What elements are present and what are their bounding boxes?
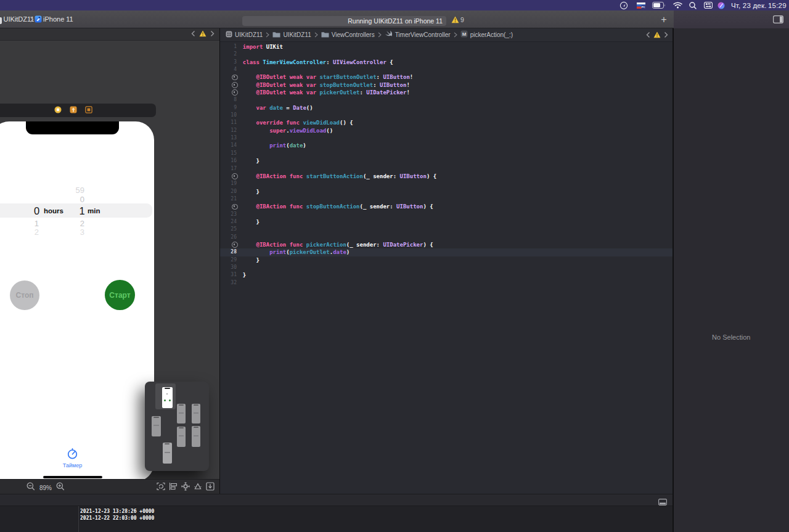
line-number[interactable]: 9 [220, 104, 237, 112]
connection-well-icon[interactable] [220, 73, 237, 81]
connection-well-icon[interactable] [220, 173, 237, 180]
code-line-20[interactable]: 20 } [220, 188, 672, 195]
editor-back-icon[interactable] [646, 30, 650, 41]
line-number[interactable]: 3 [220, 59, 237, 66]
tab-bar-item-timer[interactable]: Таймер [52, 448, 93, 469]
breadcrumb-uikitdz11[interactable]: UIKitDZ11 [226, 29, 263, 40]
code-line-31[interactable]: 31} [220, 271, 672, 279]
ib-back-icon[interactable] [191, 28, 195, 39]
code-area[interactable]: 1import UIKit23class TimerViewController… [220, 43, 672, 287]
line-number[interactable]: 25 [220, 226, 237, 233]
code-line-23[interactable]: 23 [220, 211, 672, 218]
code-line-12[interactable]: 12 super.viewDidLoad() [220, 127, 672, 134]
code-line-10[interactable]: 10 [220, 112, 672, 119]
code-line-21[interactable]: 21 [220, 195, 672, 203]
code-line-25[interactable]: 25 [220, 226, 672, 233]
editor-warning-icon[interactable] [653, 30, 661, 41]
zoom-out-button[interactable] [27, 482, 35, 493]
connection-well-icon[interactable] [220, 203, 237, 210]
zoom-in-button[interactable] [56, 482, 65, 493]
warning-badge[interactable]: 9 [451, 16, 464, 23]
line-number[interactable]: 20 [220, 188, 237, 195]
code-line-9[interactable]: 9 var date = Date() [220, 104, 672, 112]
connection-well-icon[interactable] [220, 89, 237, 96]
line-number[interactable]: 12 [220, 127, 237, 134]
code-line-26[interactable]: 26 [220, 234, 672, 241]
line-number[interactable]: 24 [220, 218, 237, 226]
first-responder-icon[interactable] [70, 105, 77, 116]
code-line-15[interactable]: 15 [220, 150, 672, 157]
embed-icon[interactable] [206, 482, 215, 493]
iphone-canvas[interactable]: 59 0 0 hours 1 min 1 2 2 3 Стоп Старт Та… [0, 121, 154, 480]
code-line-2[interactable]: 2 [220, 51, 672, 58]
code-line-6[interactable]: @IBOutlet weak var stopButtonOutlet: UIB… [220, 81, 672, 89]
activity-status[interactable]: Running UIKitDZ11 on iPhone 11 [242, 16, 446, 27]
view-controller-icon[interactable] [54, 105, 62, 116]
menubar-clock[interactable]: 15:29 [768, 0, 787, 10]
breadcrumb-viewcontrollers[interactable]: ViewControllers [321, 29, 375, 40]
wifi-icon[interactable] [673, 0, 682, 10]
code-line-13[interactable]: 13 [220, 134, 672, 142]
line-number[interactable]: 2 [220, 51, 237, 58]
code-line-11[interactable]: 11 override func viewDidLoad() { [220, 119, 672, 126]
code-line-4[interactable]: 4 [220, 66, 672, 73]
zoom-level[interactable]: 89% [39, 485, 52, 491]
line-number[interactable]: 32 [220, 279, 237, 287]
line-number[interactable]: 31 [220, 271, 237, 279]
menubar-date[interactable]: Чт, 23 дек. [731, 0, 767, 10]
line-number[interactable]: 29 [220, 256, 237, 264]
code-line-17[interactable]: 17 [220, 165, 672, 173]
inspector-toggle-button[interactable] [773, 10, 783, 28]
location-icon[interactable] [619, 0, 628, 10]
code-line-18[interactable]: @IBAction func startButtonAction(_ sende… [220, 173, 672, 180]
storyboard-minimap[interactable] [145, 382, 210, 471]
minimap-scene[interactable] [152, 416, 161, 436]
run-destination[interactable]: iPhone 11 [43, 10, 73, 28]
minimap-scene[interactable] [163, 443, 172, 464]
spotlight-icon[interactable] [689, 0, 697, 10]
input-flag-icon[interactable]: РС [637, 0, 645, 10]
minimap-scene[interactable] [177, 427, 186, 447]
battery-icon[interactable] [652, 0, 666, 10]
line-number[interactable]: 15 [220, 150, 237, 157]
color-app-icon[interactable] [717, 0, 725, 10]
breadcrumb-uikitdz11[interactable]: UIKitDZ11 [272, 29, 311, 40]
code-line-28[interactable]: 28 print(pickerOutlet.date) [220, 248, 672, 256]
line-number[interactable]: 17 [220, 165, 237, 173]
line-number[interactable]: 8 [220, 96, 237, 104]
minimap-scene-current[interactable] [162, 387, 173, 408]
line-number[interactable]: 23 [220, 211, 237, 218]
code-line-14[interactable]: 14 print(date) [220, 142, 672, 149]
code-line-24[interactable]: 24 } [220, 218, 672, 226]
code-line-29[interactable]: 29 } [220, 256, 672, 264]
minimap-scene[interactable] [192, 426, 200, 447]
start-button[interactable]: Старт [105, 280, 135, 310]
console-output[interactable]: 2021-12-23 13:28:26 +00002021-12-22 22:0… [78, 506, 672, 532]
line-number[interactable]: 19 [220, 180, 237, 187]
stop-button[interactable]: Стоп [10, 280, 39, 310]
line-number[interactable]: 30 [220, 264, 237, 271]
line-number[interactable]: 26 [220, 234, 237, 241]
line-number[interactable]: 14 [220, 142, 237, 149]
code-line-27[interactable]: @IBAction func pickerAction(_ sender: UI… [220, 241, 672, 248]
storyboard-canvas[interactable]: 59 0 0 hours 1 min 1 2 2 3 Стоп Старт Та… [0, 41, 219, 479]
control-center-icon[interactable] [704, 0, 713, 10]
breadcrumb-pickeraction-[interactable]: MpickerAction(_:) [460, 29, 513, 40]
line-number[interactable]: 1 [220, 43, 237, 51]
code-line-32[interactable]: 32 [220, 279, 672, 287]
code-line-8[interactable]: 8 [220, 96, 672, 104]
line-number[interactable]: 10 [220, 112, 237, 119]
line-number[interactable]: 21 [220, 195, 237, 203]
code-line-1[interactable]: 1import UIKit [220, 43, 672, 51]
line-number[interactable]: 28 [220, 248, 237, 256]
code-line-3[interactable]: 3class TimerViewController: UIViewContro… [220, 59, 672, 66]
ib-forward-icon[interactable] [210, 28, 215, 39]
line-number[interactable]: 4 [220, 66, 237, 73]
picker-minutes-value[interactable]: 1 [80, 205, 85, 217]
picker-hours-value[interactable]: 0 [34, 205, 39, 217]
exit-icon[interactable] [85, 105, 92, 116]
line-number[interactable]: 13 [220, 134, 237, 142]
align-icon[interactable] [169, 482, 178, 493]
add-constraints-icon[interactable] [181, 482, 190, 493]
code-line-22[interactable]: @IBAction func stopButtonAction(_ sender… [220, 203, 672, 210]
